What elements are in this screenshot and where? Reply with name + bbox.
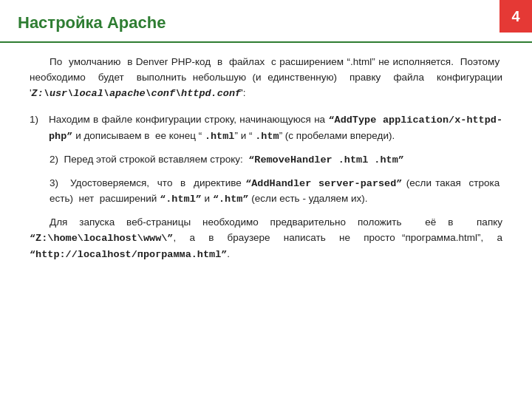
intro-paragraph: По умолчанию в Denver PHP-код в файлах с… [30, 55, 502, 102]
step3-bold3: “.htm” [213, 194, 249, 205]
last-bold1: “Z:\home\localhost\www\” [30, 233, 173, 244]
slide-title: Настройка Apache [18, 13, 166, 33]
step1-bold2: .html [205, 131, 235, 142]
step-1: 1) Находим в файле конфигурации строку, … [30, 112, 502, 145]
step1-bold3: .htm [255, 131, 279, 142]
step1-number: 1) [30, 112, 44, 145]
slide: Настройка Apache 4 По умолчанию в Denver… [0, 0, 532, 399]
last-bold2: “http://localhost/программа.html” [30, 249, 227, 260]
step3-bold2: “.html” [160, 194, 202, 205]
slide-header: Настройка Apache 4 [0, 0, 532, 41]
step-2: 2) Перед этой строкой вставляем строку: … [30, 152, 502, 168]
step3-bold1: “AddHandler server-parsed” [245, 178, 402, 189]
header-divider [0, 41, 532, 43]
last-paragraph: Для запуска веб-страницы необходимо пред… [30, 215, 502, 263]
step2-bold: “RemoveHandler .html .htm” [248, 154, 404, 166]
step-3: 3) Удостоверяемся, что в директиве “AddH… [30, 176, 502, 208]
step1-content: Находим в файле конфигурации строку, нач… [49, 112, 502, 145]
config-path: Z:\usr\local\apache\conf\httpd.conf [32, 88, 242, 99]
slide-content: По умолчанию в Denver PHP-код в файлах с… [0, 49, 532, 275]
slide-number: 4 [499, 0, 532, 33]
